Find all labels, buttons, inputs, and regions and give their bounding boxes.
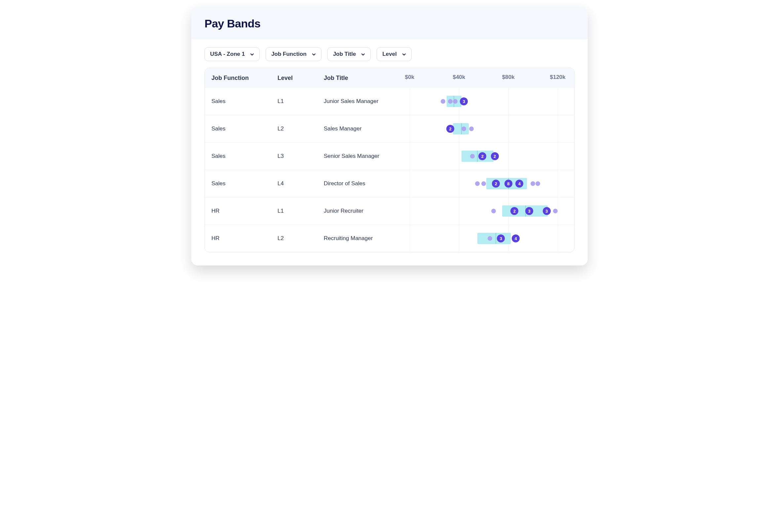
- filter-job-title[interactable]: Job Title: [327, 47, 371, 61]
- employee-dot[interactable]: [531, 181, 535, 186]
- card-header: Pay Bands: [191, 7, 588, 39]
- employee-cluster[interactable]: 2: [478, 152, 486, 160]
- table-row: HRL1Junior Recruiter233: [205, 197, 574, 224]
- col-job-title: Job Title: [324, 75, 410, 81]
- cell-job-function: HR: [212, 226, 278, 250]
- cell-job-function: Sales: [212, 117, 278, 141]
- filter-label: Job Function: [271, 51, 307, 58]
- filter-level[interactable]: Level: [377, 47, 411, 61]
- cell-level: L2: [278, 117, 324, 141]
- cell-level: L2: [278, 226, 324, 250]
- cell-job-title: Sales Manager: [324, 117, 410, 141]
- gridline: [558, 170, 558, 197]
- employee-dot[interactable]: [453, 99, 458, 104]
- cell-job-title: Senior Sales Manager: [324, 144, 410, 168]
- gridline: [558, 143, 558, 170]
- employee-dot[interactable]: [470, 154, 475, 158]
- cell-job-function: HR: [212, 199, 278, 223]
- axis-tick-label: $40k: [453, 74, 465, 81]
- employee-cluster[interactable]: 4: [512, 235, 520, 243]
- table-row: SalesL3Senior Sales Manager22: [205, 142, 574, 170]
- axis-tick-label: $80k: [502, 74, 515, 81]
- col-job-function: Job Function: [212, 75, 278, 81]
- table-row: SalesL2Sales Manager2: [205, 115, 574, 142]
- gridline: [410, 143, 410, 170]
- gridline: [558, 197, 558, 224]
- chevron-down-icon: [360, 52, 365, 57]
- gridline: [508, 143, 509, 170]
- gridline: [558, 225, 558, 252]
- filter-job-function[interactable]: Job Function: [265, 47, 321, 61]
- filter-label: USA - Zone 1: [210, 51, 245, 58]
- employee-dot[interactable]: [469, 127, 474, 131]
- axis-tick-label: $0k: [405, 74, 414, 81]
- cell-job-title: Recruiting Manager: [324, 226, 410, 250]
- table-body: SalesL1Junior Sales Manager3SalesL2Sales…: [205, 88, 574, 252]
- cell-level: L1: [278, 89, 324, 113]
- filter-usa-zone-1[interactable]: USA - Zone 1: [204, 47, 260, 61]
- cell-job-function: Sales: [212, 144, 278, 168]
- chevron-down-icon: [249, 52, 254, 57]
- pay-band-chart-cell: 3: [410, 88, 567, 115]
- salary-axis: $0k$40k$80k$120k: [410, 74, 567, 82]
- employee-dot[interactable]: [491, 209, 496, 213]
- page-title: Pay Bands: [204, 17, 575, 30]
- gridline: [459, 225, 459, 252]
- cell-level: L4: [278, 172, 324, 196]
- gridline: [410, 88, 410, 115]
- pay-band-midline: [477, 150, 478, 162]
- employee-cluster[interactable]: 2: [446, 125, 454, 133]
- pay-band-chart-cell: 284: [410, 170, 567, 197]
- gridline: [508, 88, 509, 115]
- table-row: SalesL4Director of Sales284: [205, 170, 574, 197]
- axis-tick-label: $120k: [550, 74, 565, 81]
- filter-label: Job Title: [333, 51, 356, 58]
- employee-dot[interactable]: [536, 181, 540, 186]
- employee-dot[interactable]: [488, 236, 492, 241]
- employee-dot[interactable]: [448, 99, 453, 104]
- employee-dot[interactable]: [462, 127, 466, 131]
- gridline: [410, 225, 410, 252]
- pay-band-chart-cell: 2: [410, 115, 567, 142]
- chevron-down-icon: [401, 52, 406, 57]
- employee-cluster[interactable]: 4: [516, 180, 523, 188]
- col-level: Level: [278, 75, 324, 81]
- employee-cluster[interactable]: 3: [460, 97, 468, 105]
- employee-dot[interactable]: [475, 181, 480, 186]
- gridline: [410, 170, 410, 197]
- gridline: [558, 115, 558, 142]
- table-row: HRL2Recruiting Manager34: [205, 224, 574, 252]
- gridline: [410, 197, 410, 224]
- pay-bands-card: Pay Bands USA - Zone 1Job FunctionJob Ti…: [191, 7, 588, 266]
- employee-cluster[interactable]: 2: [491, 152, 499, 160]
- filter-label: Level: [382, 51, 397, 58]
- pay-band-midline: [495, 233, 496, 244]
- employee-dot[interactable]: [481, 181, 486, 186]
- gridline: [459, 197, 459, 224]
- cell-job-function: Sales: [212, 172, 278, 196]
- gridline: [410, 115, 410, 142]
- gridline: [459, 170, 459, 197]
- gridline: [508, 115, 509, 142]
- employee-cluster[interactable]: 3: [525, 207, 533, 215]
- gridline: [558, 88, 558, 115]
- cell-job-title: Director of Sales: [324, 172, 410, 196]
- cell-job-function: Sales: [212, 89, 278, 113]
- gridline: [459, 143, 459, 170]
- employee-cluster[interactable]: 2: [492, 180, 500, 188]
- employee-dot[interactable]: [441, 99, 445, 104]
- cell-level: L1: [278, 199, 324, 223]
- filter-bar: USA - Zone 1Job FunctionJob TitleLevel: [191, 39, 588, 68]
- pay-band-range[interactable]: [477, 233, 511, 244]
- employee-cluster[interactable]: 3: [497, 235, 505, 243]
- pay-bands-table: Job Function Level Job Title $0k$40k$80k…: [204, 68, 575, 252]
- cell-job-title: Junior Sales Manager: [324, 89, 410, 113]
- employee-cluster[interactable]: 8: [504, 180, 513, 188]
- employee-cluster[interactable]: 2: [511, 207, 518, 215]
- pay-band-chart-cell: 34: [410, 225, 567, 252]
- cell-job-title: Junior Recruiter: [324, 199, 410, 223]
- chevron-down-icon: [311, 52, 316, 57]
- cell-level: L3: [278, 144, 324, 168]
- employee-cluster[interactable]: 3: [543, 207, 551, 215]
- employee-dot[interactable]: [553, 209, 558, 213]
